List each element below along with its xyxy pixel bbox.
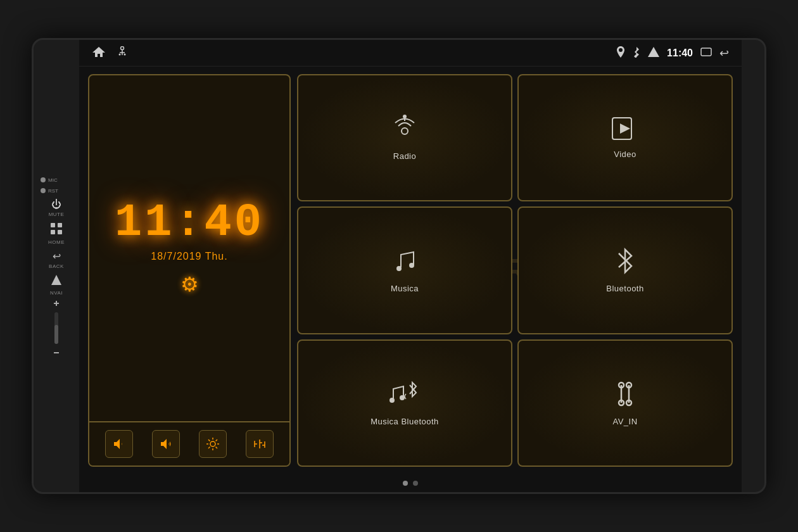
clock-main: 11:40 18/7/2019 Thu. ⚙ (89, 75, 289, 421)
svg-point-44 (626, 383, 631, 388)
svg-rect-34 (612, 118, 631, 139)
svg-rect-15 (701, 48, 711, 56)
svg-point-31 (402, 128, 408, 134)
svg-rect-6 (56, 301, 57, 306)
home-icon (50, 222, 63, 238)
mic-indicator: MIC (41, 177, 72, 183)
content-area: 11:40 18/7/2019 Thu. ⚙ (79, 66, 742, 474)
music-bt-icon (388, 380, 421, 412)
status-bar: 11:40 ↩ (79, 40, 742, 66)
vol-up-button[interactable] (152, 430, 180, 458)
svg-marker-35 (620, 124, 630, 134)
svg-point-38 (390, 398, 395, 403)
clock-gear-icon[interactable]: ⚙ (180, 272, 199, 296)
av-in-button[interactable]: AV_IN (517, 339, 733, 467)
svg-point-37 (409, 263, 414, 268)
musica-label: Musica (391, 284, 419, 293)
device-frame: MIC RST ⏻ MUTE HOME ↩ BACK (32, 38, 766, 494)
bluetooth-button[interactable]: Bluetooth (517, 206, 733, 334)
clock-panel: 11:40 18/7/2019 Thu. ⚙ (88, 74, 291, 467)
nvai-button[interactable]: NVAI (42, 274, 70, 296)
location-icon (616, 46, 625, 60)
svg-point-36 (396, 266, 402, 271)
clock-controls (89, 421, 289, 466)
svg-rect-0 (51, 223, 55, 227)
back-label: BACK (49, 263, 64, 269)
pagination-bar (79, 474, 742, 492)
music-icon (391, 247, 419, 279)
svg-rect-7 (54, 352, 59, 353)
video-button[interactable]: Video (517, 74, 733, 201)
main-screen: 11:40 ↩ 11:40 18/7/2019 Thu. ⚙ (79, 40, 742, 492)
vol-down-side[interactable] (42, 350, 70, 355)
svg-marker-4 (51, 275, 61, 285)
clock-date: 18/7/2019 Thu. (151, 251, 227, 262)
svg-rect-1 (58, 223, 62, 227)
mute-icon: ⏻ (51, 199, 61, 210)
svg-line-24 (208, 447, 210, 449)
back-icon: ↩ (53, 250, 61, 262)
home-button[interactable]: HOME (42, 222, 70, 245)
svg-rect-3 (58, 230, 62, 234)
mute-label: MUTE (49, 212, 65, 217)
volume-slider[interactable] (54, 312, 58, 344)
status-right: 11:40 ↩ (616, 46, 729, 60)
status-usb-icon (117, 46, 127, 60)
mute-button[interactable]: ⏻ MUTE (42, 199, 70, 217)
svg-line-23 (216, 440, 218, 441)
mic-label: MIC (48, 177, 58, 183)
status-back-icon[interactable]: ↩ (719, 46, 729, 60)
vol-up-side[interactable] (42, 301, 70, 306)
svg-point-12 (119, 53, 121, 55)
bluetooth-label: Bluetooth (606, 284, 643, 293)
av-in-label: AV_IN (612, 417, 637, 426)
svg-point-39 (400, 395, 405, 400)
status-home-icon[interactable] (92, 46, 106, 60)
svg-marker-8 (92, 47, 105, 57)
home-label: HOME (48, 239, 65, 245)
svg-point-13 (124, 53, 126, 55)
page-dot-2[interactable] (413, 481, 418, 486)
svg-point-41 (619, 383, 624, 388)
status-time: 11:40 (667, 48, 693, 59)
radio-button[interactable]: Radio (297, 74, 512, 201)
svg-rect-2 (51, 230, 55, 234)
brightness-button[interactable] (199, 430, 227, 458)
rst-dot (41, 188, 46, 193)
clock-time: 11:40 (115, 200, 264, 246)
signal-icon (648, 47, 659, 60)
musica-button[interactable]: Musica (297, 206, 512, 334)
bluetooth-icon (614, 247, 636, 279)
bluetooth-status-icon (633, 46, 640, 60)
musica-bluetooth-button[interactable]: Musica Bluetooth (297, 339, 512, 467)
nvai-label: NVAI (50, 290, 63, 296)
vol-plus-icon (49, 301, 64, 306)
svg-point-45 (626, 400, 631, 405)
rst-label: RST (48, 188, 58, 194)
radio-label: Radio (393, 151, 416, 161)
status-left (92, 46, 127, 60)
svg-line-21 (208, 440, 210, 441)
video-icon (611, 117, 639, 144)
rst-indicator: RST (41, 188, 72, 194)
page-dot-1[interactable] (403, 481, 408, 486)
left-panel: MIC RST ⏻ MUTE HOME ↩ BACK (34, 40, 79, 492)
musica-bluetooth-label: Musica Bluetooth (370, 417, 439, 426)
video-label: Video (614, 149, 636, 159)
back-button[interactable]: ↩ BACK (42, 250, 70, 269)
svg-point-33 (403, 115, 406, 118)
menu-grid: NRGsound Radio (297, 74, 733, 467)
svg-point-16 (210, 441, 215, 446)
nvai-icon (51, 274, 62, 289)
vol-minus-icon (49, 350, 64, 355)
recent-apps-icon[interactable] (700, 48, 712, 59)
av-icon (611, 380, 639, 412)
svg-line-22 (216, 447, 218, 449)
svg-point-42 (619, 400, 624, 405)
svg-point-9 (121, 46, 124, 49)
vol-down-button[interactable] (105, 430, 133, 458)
radio-icon (391, 115, 419, 146)
svg-marker-14 (648, 47, 659, 57)
mic-dot (41, 177, 46, 182)
eq-button[interactable] (246, 430, 274, 458)
